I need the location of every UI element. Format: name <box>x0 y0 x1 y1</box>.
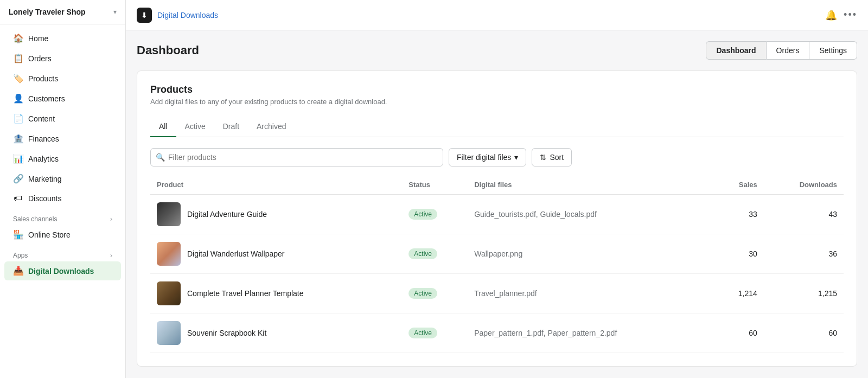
sales-cell: 33 <box>713 195 764 234</box>
status-badge: Active <box>409 328 437 338</box>
downloads-cell: 1,215 <box>764 274 844 313</box>
sidebar-item-label: Online Store <box>28 230 71 239</box>
product-cell: Digital Wanderlust Wallpaper <box>150 234 402 274</box>
product-cell: Complete Travel Planner Template <box>150 274 402 313</box>
search-input[interactable] <box>150 148 443 166</box>
filter-tab-active[interactable]: Active <box>176 117 214 137</box>
filter-tab-draft[interactable]: Draft <box>214 117 248 137</box>
sidebar-item-orders[interactable]: 📋 Orders <box>4 49 121 68</box>
sidebar-item-label: Marketing <box>28 175 61 183</box>
sidebar-item-products[interactable]: 🏷️ Products <box>4 69 121 88</box>
filter-tab-archived[interactable]: Archived <box>248 117 295 137</box>
downloads-cell: 43 <box>764 195 844 234</box>
page-title: Dashboard <box>137 43 199 57</box>
sales-channels-section: Sales channels › <box>0 209 125 225</box>
filter-tabs: All Active Draft Archived <box>150 117 844 137</box>
table-row[interactable]: Digital Adventure Guide Active Guide_tou… <box>150 195 844 234</box>
product-cell: Digital Adventure Guide <box>150 195 402 234</box>
sidebar-item-discounts[interactable]: 🏷 Discounts <box>4 189 121 208</box>
sales-cell: 30 <box>713 234 764 274</box>
sidebar-item-marketing[interactable]: 🔗 Marketing <box>4 169 121 188</box>
products-title: Products <box>150 84 844 95</box>
digital-downloads-icon: 📥 <box>13 266 23 276</box>
status-badge: Active <box>409 209 437 220</box>
sidebar-item-label: Products <box>28 74 58 83</box>
dropdown-arrow-icon: ▾ <box>514 153 518 162</box>
status-badge: Active <box>409 288 437 299</box>
dashboard-header: Dashboard Dashboard Orders Settings <box>137 41 857 60</box>
product-cell: Souvenir Scrapbook Kit <box>150 313 402 353</box>
apps-section: Apps › <box>0 245 125 261</box>
digital-files-cell: Paper_pattern_1.pdf, Paper_pattern_2.pdf <box>468 313 713 353</box>
home-icon: 🏠 <box>13 33 23 43</box>
product-thumbnail <box>157 242 181 266</box>
tab-settings[interactable]: Settings <box>809 41 857 60</box>
main-content: ⬇ Digital Downloads 🔔 ••• Dashboard Dash… <box>126 0 868 378</box>
digital-files-cell: Travel_planner.pdf <box>468 274 713 313</box>
sidebar: Lonely Traveler Shop ▾ 🏠 Home 📋 Orders 🏷… <box>0 0 126 378</box>
col-header-digital-files: Digital files <box>468 175 713 195</box>
filter-tab-all[interactable]: All <box>150 117 176 137</box>
sidebar-item-finances[interactable]: 🏦 Finances <box>4 129 121 148</box>
topbar: ⬇ Digital Downloads 🔔 ••• <box>126 0 868 30</box>
col-header-downloads: Downloads <box>764 175 844 195</box>
sidebar-item-label: Content <box>28 114 55 123</box>
downloads-cell: 36 <box>764 234 844 274</box>
table-row[interactable]: Digital Wanderlust Wallpaper Active Wall… <box>150 234 844 274</box>
sidebar-item-label: Discounts <box>28 194 61 203</box>
sidebar-item-digital-downloads[interactable]: 📥 Digital Downloads <box>4 261 121 280</box>
table-row[interactable]: Complete Travel Planner Template Active … <box>150 274 844 313</box>
status-cell: Active <box>402 234 468 274</box>
sidebar-item-analytics[interactable]: 📊 Analytics <box>4 149 121 168</box>
filter-label: Filter digital files <box>457 153 511 162</box>
product-name: Souvenir Scrapbook Kit <box>187 329 266 337</box>
sidebar-item-label: Digital Downloads <box>28 267 94 276</box>
sort-button[interactable]: ⇅ Sort <box>532 148 572 166</box>
sales-cell: 60 <box>713 313 764 353</box>
tab-dashboard[interactable]: Dashboard <box>706 41 766 60</box>
col-header-product: Product <box>150 175 402 195</box>
products-card: Products Add digital files to any of you… <box>137 71 857 367</box>
status-cell: Active <box>402 313 468 353</box>
status-badge: Active <box>409 248 437 259</box>
bell-icon[interactable]: 🔔 <box>825 9 837 21</box>
table-row[interactable]: Souvenir Scrapbook Kit Active Paper_patt… <box>150 313 844 353</box>
sidebar-item-label: Analytics <box>28 155 59 163</box>
shop-name: Lonely Traveler Shop <box>9 8 86 16</box>
digital-files-cell: Guide_tourists.pdf, Guide_locals.pdf <box>468 195 713 234</box>
store-icon: 🏪 <box>13 229 23 240</box>
analytics-icon: 📊 <box>13 153 23 164</box>
sidebar-item-label: Customers <box>28 94 65 103</box>
more-options-icon[interactable]: ••• <box>844 9 857 21</box>
filter-digital-files-button[interactable]: Filter digital files ▾ <box>449 148 526 166</box>
col-header-sales: Sales <box>713 175 764 195</box>
status-cell: Active <box>402 195 468 234</box>
sidebar-item-label: Finances <box>28 134 59 143</box>
discounts-icon: 🏷 <box>13 194 23 203</box>
finances-icon: 🏦 <box>13 133 23 144</box>
downloads-cell: 60 <box>764 313 844 353</box>
sidebar-nav: 🏠 Home 📋 Orders 🏷️ Products 👤 Customers … <box>0 24 125 378</box>
sidebar-item-online-store[interactable]: 🏪 Online Store <box>4 225 121 244</box>
sidebar-item-label: Orders <box>28 54 52 63</box>
product-thumbnail <box>157 202 181 226</box>
product-name: Digital Wanderlust Wallpaper <box>187 249 284 258</box>
tab-orders[interactable]: Orders <box>767 41 810 60</box>
sort-arrows-icon: ⇅ <box>540 153 546 162</box>
search-icon: 🔍 <box>156 153 165 162</box>
products-icon: 🏷️ <box>13 73 23 84</box>
col-header-status: Status <box>402 175 468 195</box>
sidebar-item-customers[interactable]: 👤 Customers <box>4 89 121 108</box>
app-icon: ⬇ <box>137 8 152 23</box>
product-thumbnail <box>157 321 181 345</box>
chevron-down-icon: ▾ <box>113 8 117 16</box>
product-name: Digital Adventure Guide <box>187 210 267 219</box>
sidebar-item-home[interactable]: 🏠 Home <box>4 29 121 48</box>
page-content: Dashboard Dashboard Orders Settings Prod… <box>126 30 868 378</box>
search-wrapper: 🔍 <box>150 148 443 166</box>
products-table: Product Status Digital files Sales Downl… <box>150 175 844 353</box>
product-thumbnail <box>157 281 181 305</box>
app-name: Digital Downloads <box>157 11 218 20</box>
sidebar-item-content[interactable]: 📄 Content <box>4 109 121 128</box>
shop-selector[interactable]: Lonely Traveler Shop ▾ <box>0 0 125 24</box>
